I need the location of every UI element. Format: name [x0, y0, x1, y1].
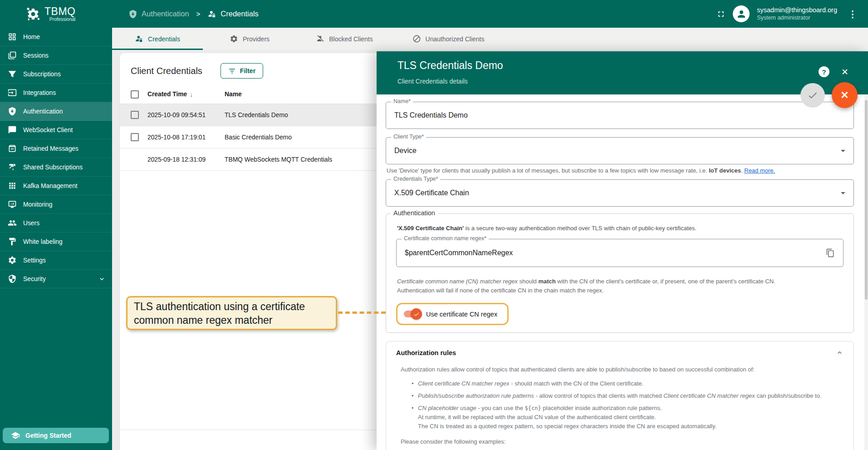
cn-placeholder-code: ${cn} — [525, 405, 541, 411]
breadcrumb-label: Authentication — [142, 10, 189, 18]
rules-list: Client certificate CN matcher regex - sh… — [412, 379, 843, 431]
sidebar-item-retained-messages[interactable]: Retained Messages — [0, 139, 112, 158]
tab-label: Credentials — [148, 35, 180, 43]
credentials-type-select[interactable]: Credentials Type* X.509 Certificate Chai… — [386, 179, 854, 207]
breadcrumb: Authentication > Credentials — [128, 10, 259, 19]
column-created-time[interactable]: Created Time — [147, 91, 187, 98]
sidebar-item-security[interactable]: Security — [0, 270, 112, 288]
scrollbar-thumb[interactable] — [865, 100, 868, 300]
avatar[interactable] — [733, 5, 750, 22]
sidebar-item-white-labeling[interactable]: White labeling — [0, 232, 112, 251]
sidebar-item-users[interactable]: Users — [0, 214, 112, 232]
breadcrumb-credentials[interactable]: Credentials — [207, 10, 258, 19]
cn-regex-label: Certificate common name regex* — [402, 235, 489, 242]
sidebar-item-monitoring[interactable]: Monitoring — [0, 195, 112, 214]
rule-text: At runtime, it will be replaced with the… — [418, 413, 843, 422]
authorization-rules-title: Authorization rules — [396, 349, 456, 356]
filter-button[interactable]: Filter — [221, 63, 263, 79]
top-bar: TBMQ Professional Authentication > Crede… — [0, 0, 868, 28]
client-type-select[interactable]: Client Type* Device — [386, 137, 854, 164]
cn-regex-field[interactable]: Certificate common name regex* $parentCe… — [396, 239, 843, 267]
page-title: Client Credentials — [131, 66, 202, 76]
cancel-fab-button[interactable]: ✕ — [832, 82, 858, 108]
sidebar-item-websocket-client[interactable]: WebSocket Client — [0, 121, 112, 139]
rules-intro: Authorization rules allow control of top… — [401, 366, 843, 373]
hint-text: Use 'Device' type for clients that usual… — [387, 167, 709, 174]
desc-text: is a secure two-way authentication metho… — [464, 225, 696, 232]
row-checkbox[interactable] — [131, 133, 139, 141]
rule-text: placeholder inside authorization rule pa… — [541, 405, 662, 411]
credentials-details-drawer: TLS Credentials Demo Client Credentials … — [377, 51, 868, 450]
tab-providers[interactable]: Providers — [203, 28, 296, 50]
breadcrumb-authentication[interactable]: Authentication — [128, 10, 189, 19]
shield-lock-icon — [8, 107, 17, 116]
drawer-title: TLS Credentials Demo — [397, 59, 868, 72]
tbmq-app: TBMQ Professional Authentication > Crede… — [0, 0, 868, 450]
select-all-checkbox[interactable] — [131, 90, 139, 99]
authentication-description: 'X.509 Certificate Chain' is a secure tw… — [397, 225, 843, 232]
sort-desc-icon[interactable]: ↓ — [190, 91, 193, 98]
check-icon — [807, 90, 818, 101]
collapse-button[interactable] — [836, 349, 843, 356]
tab-credentials[interactable]: Credentials — [112, 28, 203, 50]
people-icon — [8, 218, 17, 227]
fullscreen-icon — [716, 10, 726, 19]
gear-icon — [230, 35, 238, 43]
use-cn-regex-toggle[interactable] — [404, 311, 421, 317]
sidebar-item-sessions[interactable]: Sessions — [0, 46, 112, 65]
tbmq-logo[interactable]: TBMQ Professional — [0, 6, 112, 22]
cn-regex-value: $parentCertCommonNameRegex — [405, 249, 513, 257]
save-fab-button[interactable] — [800, 83, 825, 108]
chevron-up-icon — [836, 349, 843, 356]
person-lock-icon — [135, 35, 143, 43]
top-bar-actions: sysadmin@thingsboard.org System administ… — [716, 5, 868, 22]
sidebar-item-kafka-management[interactable]: Kafka Management — [0, 177, 112, 195]
help-icon[interactable]: ? — [819, 66, 829, 77]
sidebar-item-authentication[interactable]: Authentication — [0, 102, 112, 121]
archive-icon — [8, 144, 17, 153]
graduation-cap-icon — [11, 431, 20, 440]
sidebar-item-settings[interactable]: Settings — [0, 251, 112, 270]
rule-text: - you can use the — [476, 405, 525, 411]
getting-started-button[interactable]: Getting Started — [3, 428, 109, 443]
tab-blocked-clients[interactable]: Blocked Clients — [296, 28, 392, 50]
sidebar: Home Sessions Subscriptions Integrations… — [0, 28, 112, 450]
sidebar-item-label: Authentication — [23, 108, 63, 115]
close-icon[interactable]: ✕ — [841, 67, 848, 77]
drawer-subtitle: Client Credentials details — [397, 78, 868, 85]
gear-icon — [8, 256, 17, 265]
sidebar-item-label: Shared Subscriptions — [23, 164, 83, 171]
sidebar-item-shared-subscriptions[interactable]: Shared Subscriptions — [0, 158, 112, 177]
sidebar-item-integrations[interactable]: Integrations — [0, 84, 112, 102]
name-field[interactable]: Name* TLS Credentials Demo — [386, 102, 854, 129]
tab-unauthorized-clients[interactable]: Unauthorized Clients — [392, 28, 504, 50]
rule-text: - allow control of topics that clients w… — [534, 392, 663, 399]
rule-item: CN placeholder usage - you can use the $… — [412, 404, 843, 431]
fullscreen-button[interactable] — [716, 10, 726, 19]
read-more-link[interactable]: Read more. — [744, 167, 775, 174]
authentication-section: Authentication 'X.509 Certificate Chain'… — [386, 213, 854, 333]
dropdown-arrow-icon — [841, 192, 845, 194]
chevron-down-icon[interactable] — [98, 275, 106, 283]
authorization-rules-section: Authorization rules Authorization rules … — [386, 341, 854, 450]
breadcrumb-separator: > — [196, 10, 201, 18]
sidebar-item-label: Sessions — [23, 52, 49, 59]
drawer-header: TLS Credentials Demo Client Credentials … — [377, 51, 868, 94]
chat-icon — [8, 125, 17, 134]
client-type-label: Client Type* — [391, 134, 426, 140]
row-checkbox[interactable] — [131, 111, 139, 119]
rule-text: can publish/subscribe to. — [755, 392, 822, 399]
monitor-icon — [8, 200, 17, 209]
copy-button[interactable] — [826, 248, 835, 257]
name-field-value: TLS Credentials Demo — [394, 111, 468, 119]
rules-footer: Please consider the following examples: — [401, 438, 843, 445]
sidebar-item-subscriptions[interactable]: Subscriptions — [0, 65, 112, 84]
drawer-scrollbar[interactable] — [864, 94, 868, 450]
tab-label: Blocked Clients — [329, 35, 373, 43]
toggle-annotation-highlight: Use certificate CN regex — [396, 303, 509, 325]
funnel-icon — [8, 69, 17, 79]
sidebar-item-home[interactable]: Home — [0, 28, 112, 46]
more-vert-icon[interactable]: ⋮ — [844, 9, 861, 20]
rule-term: CN placeholder usage — [418, 405, 476, 411]
credentials-type-value: X.509 Certificate Chain — [394, 189, 469, 197]
